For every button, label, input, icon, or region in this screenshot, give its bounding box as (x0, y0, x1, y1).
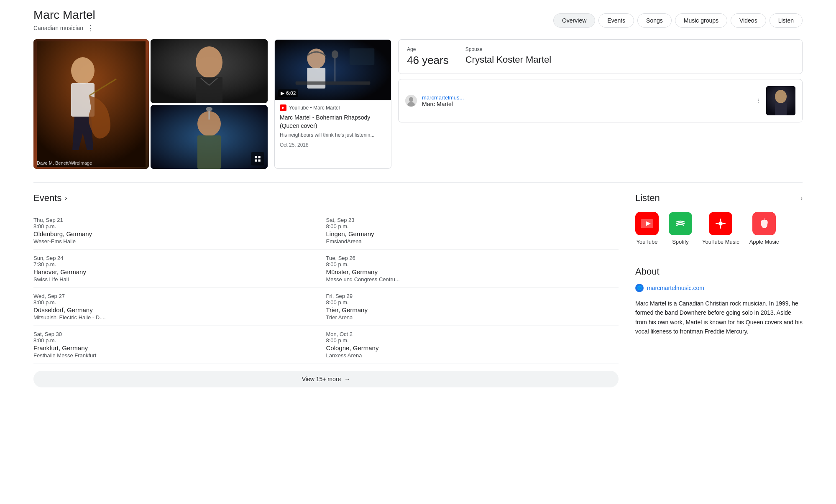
about-description: Marc Martel is a Canadian Christian rock… (635, 299, 803, 336)
service-youtube[interactable]: YouTube (635, 212, 659, 246)
event-city: Lingen, Germany (326, 230, 619, 237)
tab-events[interactable]: Events (598, 13, 634, 28)
globe-icon: 🌐 (635, 284, 644, 292)
youtube-music-icon (709, 212, 732, 235)
artist-name: Marc Martel (33, 8, 95, 22)
event-city: Trier, Germany (326, 306, 619, 313)
about-section: About 🌐 marcmartelmusic.com Marc Martel … (635, 266, 803, 336)
more-options-icon[interactable]: ⋮ (87, 23, 94, 33)
avatar (405, 95, 417, 107)
right-section: Listen › YouTube Spotify YouTube Music A… (635, 193, 803, 387)
svg-rect-7 (196, 77, 222, 103)
spotify-label: Spotify (672, 239, 689, 246)
event-city: Cologne, Germany (326, 344, 619, 351)
video-card[interactable]: ▶ 6:02 YouTube • Marc Martel Marc Martel… (274, 39, 391, 169)
video-thumbnail[interactable]: ▶ 6:02 (275, 40, 391, 100)
svg-point-31 (775, 90, 787, 103)
tab-videos[interactable]: Videos (731, 13, 766, 28)
side-photos (151, 39, 268, 169)
service-spotify[interactable]: Spotify (669, 212, 692, 246)
about-divider (635, 256, 803, 256)
tab-overview[interactable]: Overview (553, 13, 595, 28)
svg-rect-14 (255, 156, 257, 158)
svg-point-6 (196, 46, 222, 78)
image-gallery-icon[interactable] (251, 152, 264, 165)
event-hall: Lanxess Arena (326, 352, 619, 359)
video-title: Marc Martel - Bohemian Rhapsody (Queen c… (280, 114, 386, 130)
profile-info: marcmartelmus... Marc Martel (422, 94, 750, 107)
events-grid: Thu, Sep 218:00 p.m. Oldenburg, Germany … (33, 212, 619, 364)
event-item[interactable]: Wed, Sep 278:00 p.m. Düsseldorf, Germany… (33, 288, 326, 326)
section-divider (33, 182, 803, 183)
spouse-block: Spouse Crystal Koster Martel (465, 46, 551, 67)
view-more-button[interactable]: View 15+ more → (33, 371, 619, 387)
event-hall: Messe und Congress Centru... (326, 276, 619, 283)
event-city: Düsseldorf, Germany (33, 306, 326, 313)
video-description: His neighbours will think he's just list… (280, 132, 386, 139)
svg-point-36 (718, 221, 723, 226)
event-city: Frankfurt, Germany (33, 344, 326, 351)
spouse-value: Crystal Koster Martel (465, 54, 551, 66)
svg-point-13 (206, 107, 212, 111)
event-item[interactable]: Sat, Sep 238:00 p.m. Lingen, Germany Ems… (326, 212, 619, 250)
youtube-icon (280, 104, 286, 111)
svg-rect-15 (258, 156, 261, 158)
main-photo[interactable]: Dave M. Benett/WireImage (33, 39, 149, 169)
service-youtube-music[interactable]: YouTube Music (702, 212, 739, 246)
event-item[interactable]: Tue, Sep 268:00 p.m. Münster, Germany Me… (326, 250, 619, 288)
listen-section: Listen › YouTube Spotify YouTube Music A… (635, 193, 803, 246)
listen-services: YouTube Spotify YouTube Music Apple Musi… (635, 212, 803, 246)
event-hall: Mitsubishi Electric Halle - D.... (33, 314, 326, 321)
service-apple-music[interactable]: Apple Music (749, 212, 779, 246)
svg-point-1 (71, 57, 95, 84)
video-source: YouTube • Marc Martel (280, 104, 386, 111)
event-item[interactable]: Sat, Sep 308:00 p.m. Frankfurt, Germany … (33, 326, 326, 364)
event-date: Tue, Sep 268:00 p.m. (326, 255, 619, 267)
svg-rect-25 (350, 48, 375, 65)
artist-subtitle: Canadian musician (33, 25, 83, 31)
info-cards: Age 46 years Spouse Crystal Koster Marte… (398, 39, 803, 169)
spouse-label: Spouse (465, 46, 551, 52)
svg-point-24 (332, 50, 338, 59)
tab-music-groups[interactable]: Music groups (675, 13, 727, 28)
video-date: Oct 25, 2018 (280, 142, 386, 148)
event-date: Thu, Sep 218:00 p.m. (33, 217, 326, 229)
tab-listen[interactable]: Listen (770, 13, 803, 28)
side-photo-2[interactable] (151, 105, 268, 169)
svg-rect-11 (197, 135, 221, 169)
listen-arrow-icon[interactable]: › (800, 195, 803, 201)
age-block: Age 46 years (407, 46, 449, 67)
svg-point-27 (409, 97, 413, 102)
event-item[interactable]: Thu, Sep 218:00 p.m. Oldenburg, Germany … (33, 212, 326, 250)
event-item[interactable]: Mon, Oct 28:00 p.m. Cologne, Germany Lan… (326, 326, 619, 364)
video-info: YouTube • Marc Martel Marc Martel - Bohe… (275, 100, 391, 152)
photo-grid: Dave M. Benett/WireImage (33, 39, 268, 169)
tab-songs[interactable]: Songs (637, 13, 672, 28)
event-date: Sat, Sep 308:00 p.m. (33, 331, 326, 344)
profile-more-icon[interactable]: ⋮ (755, 97, 761, 104)
event-item[interactable]: Fri, Sep 298:00 p.m. Trier, Germany Trie… (326, 288, 619, 326)
apple-music-icon (752, 212, 776, 235)
age-label: Age (407, 46, 449, 52)
apple-music-label: Apple Music (749, 239, 779, 246)
event-date: Wed, Sep 278:00 p.m. (33, 293, 326, 305)
event-city: Münster, Germany (326, 268, 619, 275)
photo-caption: Dave M. Benett/WireImage (37, 160, 92, 165)
website-link[interactable]: 🌐 marcmartelmusic.com (635, 284, 803, 292)
event-hall: Swiss Life Hall (33, 276, 326, 283)
svg-rect-22 (296, 81, 371, 85)
spotify-icon (669, 212, 692, 235)
profile-name: Marc Martel (422, 101, 750, 107)
youtube-music-label: YouTube Music (702, 239, 739, 246)
svg-rect-17 (258, 160, 261, 162)
event-date: Sat, Sep 238:00 p.m. (326, 217, 619, 229)
age-spouse-card: Age 46 years Spouse Crystal Koster Marte… (398, 39, 803, 74)
events-arrow-icon[interactable]: › (65, 194, 67, 202)
arrow-right-icon: → (344, 376, 350, 382)
events-title: Events (33, 193, 61, 204)
social-profile-card[interactable]: marcmartelmus... Marc Martel ⋮ (398, 79, 803, 122)
profile-username: marcmartelmus... (422, 94, 750, 101)
event-item[interactable]: Sun, Sep 247:30 p.m. Hanover, Germany Sw… (33, 250, 326, 288)
nav-tabs: Overview Events Songs Music groups Video… (553, 13, 803, 28)
side-photo-1[interactable] (151, 39, 268, 103)
